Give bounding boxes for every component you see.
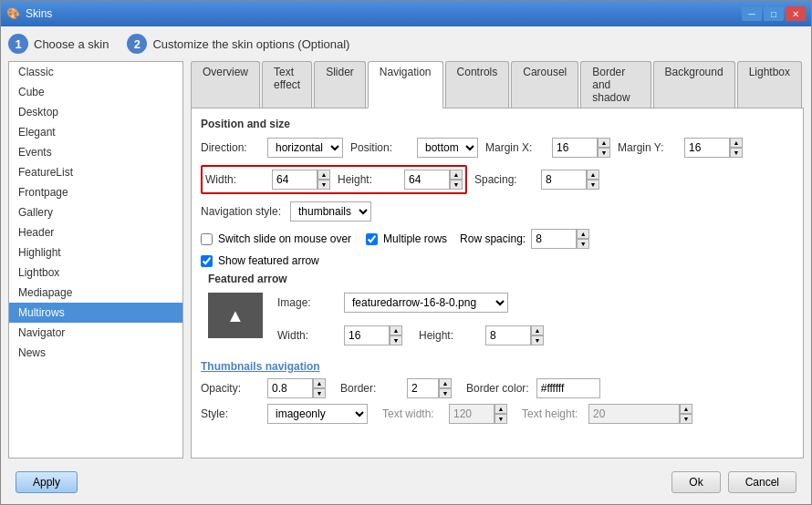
skin-item-mediapage[interactable]: Mediapage <box>9 283 182 303</box>
margin-y-input[interactable] <box>684 138 730 158</box>
text-width-down[interactable]: ▼ <box>494 414 507 424</box>
width-spinner: ▲ ▼ <box>272 170 330 190</box>
right-panel: Overview Text effect Slider Navigation C… <box>191 61 804 459</box>
text-width-input[interactable] <box>449 404 494 424</box>
border-down[interactable]: ▼ <box>439 388 452 398</box>
spacing-spinner: ▲ ▼ <box>541 170 599 190</box>
border-up[interactable]: ▲ <box>439 378 452 388</box>
arrow-height-up[interactable]: ▲ <box>531 325 544 335</box>
skin-item-events[interactable]: Events <box>9 142 182 162</box>
position-select[interactable]: bottom top left right <box>417 138 478 158</box>
show-featured-row: Show featured arrow <box>201 254 794 267</box>
width-input[interactable] <box>272 170 318 190</box>
opacity-label: Opacity: <box>201 382 260 395</box>
skin-item-desktop[interactable]: Desktop <box>9 102 182 122</box>
opacity-down[interactable]: ▼ <box>313 388 326 398</box>
margin-y-up[interactable]: ▲ <box>730 138 743 148</box>
maximize-button[interactable]: □ <box>764 6 784 21</box>
close-button[interactable]: ✕ <box>786 6 806 21</box>
switch-slide-label: Switch slide on mouse over <box>218 232 351 245</box>
margin-x-up[interactable]: ▲ <box>598 138 610 148</box>
opacity-up[interactable]: ▲ <box>313 378 326 388</box>
skin-item-frontpage[interactable]: Frontpage <box>9 182 182 202</box>
height-input[interactable] <box>404 170 450 190</box>
arrow-image-label: Image: <box>277 296 337 309</box>
spacing-down[interactable]: ▼ <box>587 180 599 190</box>
text-height-up[interactable]: ▲ <box>680 404 692 414</box>
arrow-height-down[interactable]: ▼ <box>531 335 544 345</box>
ok-button[interactable]: Ok <box>671 471 720 493</box>
tab-slider[interactable]: Slider <box>314 61 366 108</box>
skin-item-featurelist[interactable]: FeatureList <box>9 162 182 182</box>
style-label: Style: <box>201 407 260 420</box>
skin-item-lightbox[interactable]: Lightbox <box>9 263 182 283</box>
titlebar: 🎨 Skins ─ □ ✕ <box>1 1 811 26</box>
text-width-spinner: ▲ ▼ <box>449 404 507 424</box>
multiple-rows-checkbox[interactable] <box>366 233 378 245</box>
arrow-width-down[interactable]: ▼ <box>390 335 402 345</box>
tab-controls[interactable]: Controls <box>445 61 510 108</box>
cancel-button[interactable]: Cancel <box>728 471 796 493</box>
spacing-up[interactable]: ▲ <box>587 170 599 180</box>
direction-select[interactable]: horizontal vertical <box>267 138 343 158</box>
text-height-down[interactable]: ▼ <box>680 414 692 424</box>
nav-style-row: Navigation style: thumbnails dots number… <box>201 201 794 222</box>
tab-overview[interactable]: Overview <box>191 61 260 108</box>
skin-item-elegant[interactable]: Elegant <box>9 122 182 142</box>
row-spacing-down[interactable]: ▼ <box>577 239 589 249</box>
switch-slide-checkbox[interactable] <box>201 233 213 245</box>
arrow-height-input[interactable] <box>485 325 531 345</box>
direction-row: Direction: horizontal vertical Position:… <box>201 138 794 158</box>
direction-label: Direction: <box>201 141 260 154</box>
height-up[interactable]: ▲ <box>450 170 463 180</box>
arrow-width-input[interactable] <box>344 325 390 345</box>
opacity-input[interactable] <box>267 378 313 398</box>
tab-lightbox[interactable]: Lightbox <box>737 61 802 108</box>
arrow-image-select[interactable]: featuredarrow-16-8-0.png <box>344 293 508 313</box>
show-featured-checkbox[interactable] <box>201 255 213 267</box>
show-featured-label: Show featured arrow <box>218 254 319 267</box>
skin-item-header[interactable]: Header <box>9 222 182 242</box>
tab-navigation[interactable]: Navigation <box>368 61 443 108</box>
text-height-spinner: ▲ ▼ <box>588 404 692 424</box>
width-down[interactable]: ▼ <box>318 180 330 190</box>
width-up[interactable]: ▲ <box>318 170 330 180</box>
skin-item-highlight[interactable]: Highlight <box>9 242 182 263</box>
skin-item-multirows[interactable]: Multirows <box>9 303 182 323</box>
skin-item-cube[interactable]: Cube <box>9 82 182 102</box>
row-spacing-input[interactable] <box>531 229 577 249</box>
featured-arrow-section: Featured arrow ▲ Image: featuredarrow-16… <box>201 273 794 353</box>
skin-list: Classic Cube Desktop Elegant Events Feat… <box>9 62 182 458</box>
height-label: Height: <box>338 173 397 186</box>
tab-background[interactable]: Background <box>653 61 735 108</box>
text-height-label: Text height: <box>522 407 581 420</box>
style-select[interactable]: imageonly text both <box>267 404 368 424</box>
text-height-input[interactable] <box>588 404 680 424</box>
row-spacing-up[interactable]: ▲ <box>577 229 589 239</box>
border-color-input[interactable] <box>536 378 600 398</box>
skin-item-news[interactable]: News <box>9 343 182 363</box>
tab-text-effect[interactable]: Text effect <box>262 61 312 108</box>
border-input[interactable] <box>407 378 439 398</box>
arrow-image-row: Image: featuredarrow-16-8-0.png <box>277 293 544 313</box>
arrow-fields: Image: featuredarrow-16-8-0.png Width: <box>277 293 544 353</box>
margin-x-input[interactable] <box>552 138 598 158</box>
apply-button[interactable]: Apply <box>16 471 78 493</box>
margin-x-down[interactable]: ▼ <box>598 148 610 158</box>
skin-item-gallery[interactable]: Gallery <box>9 202 182 222</box>
tab-border-shadow[interactable]: Border and shadow <box>580 61 651 108</box>
height-down[interactable]: ▼ <box>450 180 463 190</box>
navigation-panel: Position and size Direction: horizontal … <box>191 108 804 459</box>
tab-carousel[interactable]: Carousel <box>511 61 578 108</box>
tab-bar: Overview Text effect Slider Navigation C… <box>191 61 804 108</box>
spacing-input[interactable] <box>541 170 587 190</box>
border-label: Border: <box>340 382 400 395</box>
skin-item-classic[interactable]: Classic <box>9 62 182 82</box>
minimize-button[interactable]: ─ <box>742 6 762 21</box>
nav-style-select[interactable]: thumbnails dots numbers <box>290 201 371 222</box>
text-width-up[interactable]: ▲ <box>494 404 507 414</box>
margin-y-down[interactable]: ▼ <box>730 148 743 158</box>
step-header: 1 Choose a skin 2 Customize the skin opt… <box>8 34 804 54</box>
skin-item-navigator[interactable]: Navigator <box>9 323 182 343</box>
arrow-width-up[interactable]: ▲ <box>390 325 402 335</box>
